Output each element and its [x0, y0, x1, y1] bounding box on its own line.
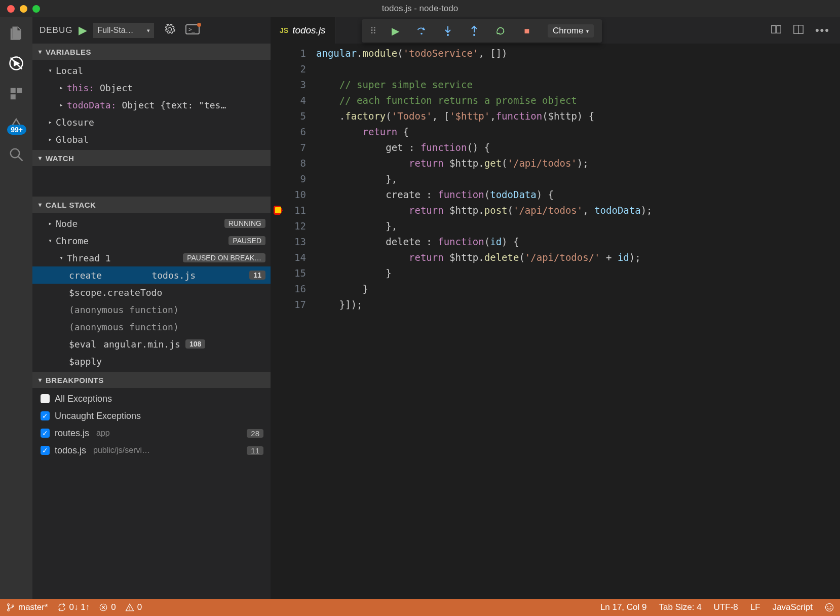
tab-filename: todos.js — [292, 25, 325, 36]
step-into-button[interactable] — [442, 25, 453, 36]
debug-sidebar: DEBUG ▶ Full-Sta…▾ >_ ▾VARIABLES ▾Local … — [32, 17, 271, 599]
svg-text:>_: >_ — [188, 26, 195, 32]
window-title: todos.js - node-todo — [382, 4, 458, 14]
debug-console-icon[interactable]: >_ — [185, 24, 200, 37]
svg-point-15 — [447, 34, 449, 36]
stackframe[interactable]: (anonymous function) — [32, 318, 271, 335]
breakpoint-file: todos.js — [55, 445, 86, 456]
restart-button[interactable] — [495, 25, 506, 36]
start-debug-button[interactable]: ▶ — [79, 24, 87, 37]
eol-status[interactable]: LF — [750, 602, 760, 612]
step-out-button[interactable] — [469, 25, 480, 36]
svg-point-18 — [8, 604, 10, 606]
variables-scope-global[interactable]: ▸Global — [32, 131, 271, 148]
split-editor-icon[interactable] — [793, 24, 804, 37]
search-icon[interactable] — [8, 146, 25, 163]
checkbox-icon[interactable]: ✓ — [41, 446, 50, 455]
stackframe-create[interactable]: create todos.js 11 — [32, 266, 271, 284]
debug-settings-icon[interactable] — [164, 24, 175, 37]
variables-scope-closure[interactable]: ▸Closure — [32, 113, 271, 131]
watch-empty — [32, 166, 271, 197]
svg-rect-2 — [11, 88, 16, 93]
variables-section-header[interactable]: ▾VARIABLES — [32, 44, 271, 60]
variables-scope-local[interactable]: ▾Local — [32, 62, 271, 79]
step-over-button[interactable] — [416, 25, 427, 36]
continue-button[interactable]: ▶ — [390, 25, 401, 36]
checkbox-icon[interactable]: ✓ — [41, 411, 50, 420]
close-window-button[interactable] — [7, 5, 15, 13]
callstack-section-label: CALL STACK — [46, 201, 96, 209]
line-gutter: 1234567891011121314151617 — [271, 44, 316, 599]
git-sync-status[interactable]: 0↓ 1↑ — [57, 602, 90, 612]
svg-point-27 — [827, 606, 828, 607]
debug-icon[interactable] — [8, 55, 25, 72]
svg-point-5 — [11, 149, 20, 158]
debug-target-select[interactable]: Chrome▾ — [548, 24, 594, 37]
git-branch-status[interactable]: master* — [6, 602, 48, 612]
editor-tab[interactable]: JS todos.js — [271, 17, 335, 44]
callstack-session-node[interactable]: ▸NodeRUNNING — [32, 215, 271, 232]
scm-badge: 99+ — [7, 125, 26, 135]
feedback-icon[interactable] — [825, 603, 834, 612]
svg-point-19 — [8, 609, 10, 611]
breakpoint-item[interactable]: ✓ todos.js public/js/servi… 11 — [32, 442, 271, 459]
breakpoints-section-header[interactable]: ▾BREAKPOINTS — [32, 372, 271, 388]
breakpoint-item[interactable]: ✓ routes.js app 28 — [32, 425, 271, 442]
stop-button[interactable]: ■ — [521, 25, 532, 36]
breakpoints-section-label: BREAKPOINTS — [46, 376, 104, 384]
variables-section-label: VARIABLES — [46, 48, 91, 56]
checkbox-icon[interactable] — [41, 394, 50, 403]
window-controls — [7, 5, 40, 13]
variable-this[interactable]: ▸this: Object — [32, 79, 271, 96]
activity-bar: 99+ — [0, 17, 32, 599]
code-body[interactable]: angular.module('todoService', []) // sup… — [316, 44, 840, 599]
tab-lang-icon: JS — [280, 26, 288, 34]
breakpoint-uncaught-exceptions[interactable]: ✓ Uncaught Exceptions — [32, 407, 271, 425]
more-actions-icon[interactable]: ••• — [815, 24, 830, 37]
breakpoint-label: Uncaught Exceptions — [55, 411, 141, 421]
titlebar: todos.js - node-todo — [0, 0, 840, 17]
callstack-session-chrome[interactable]: ▾ChromePAUSED — [32, 232, 271, 249]
stackframe[interactable]: (anonymous function) — [32, 301, 271, 318]
drag-handle-icon[interactable]: ⠿ — [370, 25, 374, 36]
source-control-icon[interactable]: 99+ — [8, 115, 25, 133]
encoding-status[interactable]: UTF-8 — [714, 602, 738, 612]
watch-section-label: WATCH — [46, 154, 74, 163]
debug-header: DEBUG ▶ Full-Sta…▾ >_ — [32, 17, 271, 44]
explorer-icon[interactable] — [8, 24, 25, 42]
code-editor[interactable]: 1234567891011121314151617 angular.module… — [271, 44, 840, 599]
svg-rect-10 — [777, 26, 781, 33]
extensions-icon[interactable] — [8, 85, 25, 102]
stackframe[interactable]: $apply — [32, 353, 271, 370]
svg-point-26 — [826, 604, 833, 611]
callstack-section-header[interactable]: ▾CALL STACK — [32, 197, 271, 213]
svg-point-20 — [12, 605, 14, 607]
stackframe[interactable]: $scope.createTodo — [32, 284, 271, 301]
warnings-status[interactable]: 0 — [125, 602, 142, 612]
watch-section-header[interactable]: ▾WATCH — [32, 150, 271, 166]
svg-line-6 — [18, 157, 23, 161]
breakpoint-label: All Exceptions — [55, 394, 112, 404]
compare-changes-icon[interactable] — [771, 24, 782, 37]
callstack-thread[interactable]: ▾Thread 1PAUSED ON BREAK… — [32, 249, 271, 266]
breakpoint-all-exceptions[interactable]: All Exceptions — [32, 390, 271, 407]
language-status[interactable]: JavaScript — [773, 602, 813, 612]
variable-tododata[interactable]: ▸todoData: Object {text: "tes… — [32, 96, 271, 113]
svg-rect-4 — [11, 94, 16, 99]
cursor-position-status[interactable]: Ln 17, Col 9 — [600, 602, 647, 612]
minimize-window-button[interactable] — [20, 5, 27, 13]
status-bar: master* 0↓ 1↑ 0 0 Ln 17, Col 9 Tab Size:… — [0, 599, 840, 616]
svg-line-1 — [11, 58, 22, 69]
svg-rect-9 — [772, 26, 776, 33]
errors-status[interactable]: 0 — [99, 602, 116, 612]
checkbox-icon[interactable]: ✓ — [41, 429, 50, 438]
svg-rect-3 — [17, 88, 22, 93]
svg-point-28 — [830, 606, 831, 607]
maximize-window-button[interactable] — [32, 5, 40, 13]
stackframe-eval[interactable]: $eval angular.min.js 108 — [32, 335, 271, 353]
debug-target-label: Chrome — [553, 26, 583, 36]
tab-size-status[interactable]: Tab Size: 4 — [659, 602, 702, 612]
debug-floating-toolbar[interactable]: ⠿ ▶ ■ Chrome▾ — [362, 19, 602, 43]
debug-title: DEBUG — [40, 25, 72, 35]
debug-config-select[interactable]: Full-Sta…▾ — [93, 23, 154, 38]
